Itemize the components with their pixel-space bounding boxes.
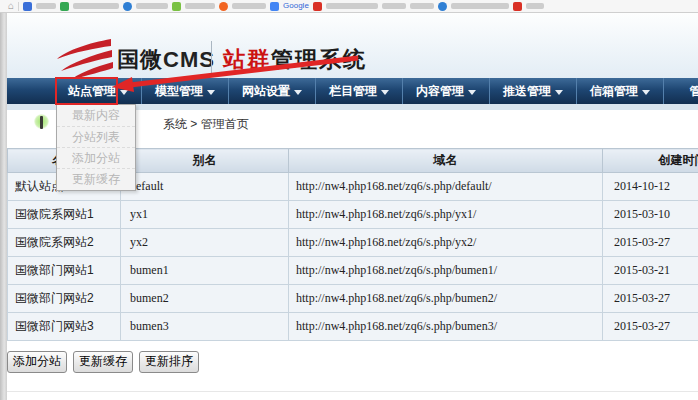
browser-bookmarks-bar: ⌂ Google [0,0,698,13]
window-edge [0,13,7,400]
nav-item-mailbox-management[interactable]: 信箱管理 [577,78,664,104]
site-alias: yx1 [121,201,289,229]
nav-item-content-management[interactable]: 内容管理 [403,78,490,104]
bookmark-label [451,3,509,9]
bookmark-favicon[interactable] [219,2,228,11]
site-domain: http://nw4.php168.net/zq6/s.php/yx2/ [289,229,603,257]
update-order-button[interactable]: 更新排序 [139,351,199,373]
site-alias: default [121,173,289,201]
bookmark-label [382,3,406,9]
bookmark-favicon[interactable] [60,2,69,11]
bookmark-favicon[interactable] [513,2,522,11]
update-cache-button[interactable]: 更新缓存 [73,351,133,373]
site-domain: http://nw4.php168.net/zq6/s.php/default/ [289,173,603,201]
nav-item-label: 内容管理 [416,83,464,100]
dropdown-item-latest-content[interactable]: 最新内容 [57,105,135,126]
table-row: 国微院系网站2 yx2 http://nw4.php168.net/zq6/s.… [8,229,698,257]
bookmark-label [410,3,434,9]
nav-item-label: 推送管理 [503,83,551,100]
site-alias: bumen1 [121,257,289,285]
google-bookmark[interactable]: Google [283,2,309,10]
bookmark-favicon[interactable] [313,2,322,11]
table-row: 国微院系网站1 yx1 http://nw4.php168.net/zq6/s.… [8,201,698,229]
chevron-down-icon [381,90,389,95]
col-header-domain: 域名 [289,149,603,173]
site-name: 国微院系网站1 [8,201,121,229]
bookmark-label [36,3,56,9]
site-name: 国微院系网站2 [8,229,121,257]
site-created: 2015-03-10 [603,201,698,229]
bookmark-label [232,3,266,9]
breadcrumb-light-icon [34,112,50,132]
google-favicon[interactable] [270,2,279,11]
site-domain: http://nw4.php168.net/zq6/s.php/bumen2/ [289,285,603,313]
site-alias: yx2 [121,229,289,257]
chevron-down-icon [555,90,563,95]
col-header-created: 创建时间 [603,149,698,173]
nav-item-admin[interactable]: 管理 [664,78,698,104]
site-name: 国微部门网站2 [8,285,121,313]
bookmark-favicon[interactable] [438,2,447,11]
breadcrumb: 系统 > 管理首页 [163,116,249,133]
dropdown-item-update-cache[interactable]: 更新缓存 [57,168,135,189]
annotation-arrow-icon [110,50,366,96]
site-name: 国微部门网站3 [8,313,121,341]
col-header-alias: 别名 [121,149,289,173]
bookmark-label [326,3,378,9]
nav-item-label: 信箱管理 [590,83,638,100]
site-created: 2015-03-27 [603,285,698,313]
site-domain: http://nw4.php168.net/zq6/s.php/bumen3/ [289,313,603,341]
add-subsite-button[interactable]: 添加分站 [7,351,67,373]
bookmark-favicon[interactable] [23,2,32,11]
site-created: 2015-03-27 [603,313,698,341]
annotation-highlight-box [55,77,118,105]
bookmark-favicon[interactable] [172,2,181,11]
nav-item-push-management[interactable]: 推送管理 [490,78,577,104]
dropdown-item-subsite-list[interactable]: 分站列表 [57,126,135,147]
nav-item-label: 管理 [690,83,698,100]
footer-actions: 添加分站 更新缓存 更新排序 [7,351,199,373]
bookmark-label [185,3,215,9]
toolbar-divider [18,2,19,11]
bookmark-label [73,3,119,9]
table-row: 国微部门网站1 bumen1 http://nw4.php168.net/zq6… [8,257,698,285]
site-name: 国微部门网站1 [8,257,121,285]
home-icon[interactable]: ⌂ [8,1,14,11]
rod [40,116,43,129]
site-created: 2014-10-12 [603,173,698,201]
bookmark-label [526,3,544,9]
chevron-down-icon [468,90,476,95]
site-alias: bumen3 [121,313,289,341]
site-created: 2015-03-27 [603,229,698,257]
chevron-down-icon [642,90,650,95]
site-alias: bumen2 [121,285,289,313]
table-row: 国微部门网站2 bumen2 http://nw4.php168.net/zq6… [8,285,698,313]
bookmark-label [136,3,168,9]
site-management-dropdown: 最新内容 分站列表 添加分站 更新缓存 [56,104,136,191]
bookmark-favicon[interactable] [123,2,132,11]
table-row: 国微部门网站3 bumen3 http://nw4.php168.net/zq6… [8,313,698,341]
content-bottom-divider [7,391,698,392]
site-created: 2015-03-21 [603,257,698,285]
site-domain: http://nw4.php168.net/zq6/s.php/bumen1/ [289,257,603,285]
site-domain: http://nw4.php168.net/zq6/s.php/yx1/ [289,201,603,229]
dropdown-item-add-subsite[interactable]: 添加分站 [57,147,135,168]
